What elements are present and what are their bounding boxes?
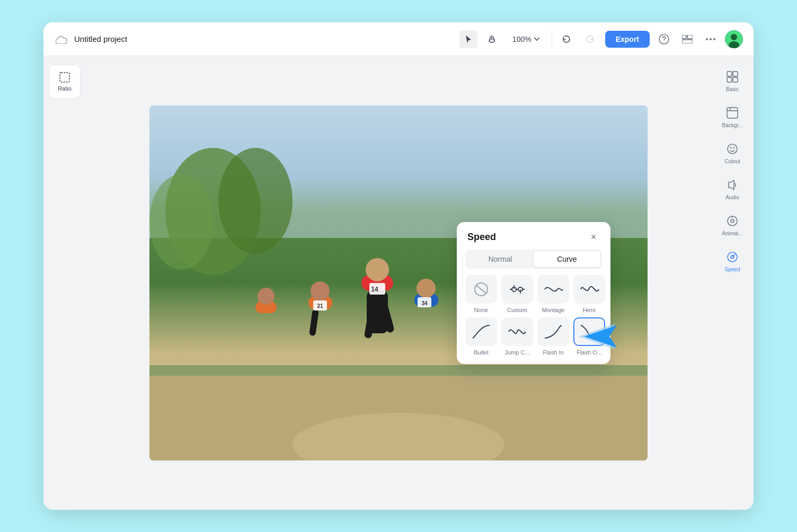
option-none[interactable]: None — [465, 275, 497, 313]
svg-point-25 — [311, 281, 330, 300]
svg-point-14 — [218, 148, 293, 254]
svg-text:14: 14 — [371, 286, 378, 293]
svg-rect-50 — [727, 108, 738, 118]
svg-rect-46 — [727, 72, 732, 76]
svg-point-52 — [730, 147, 732, 149]
option-flash-in[interactable]: Flash In — [537, 317, 569, 356]
header-center: 100% — [459, 30, 599, 48]
main-content: Ratio — [43, 56, 754, 510]
popup-header: Speed × — [457, 222, 610, 250]
svg-point-15 — [149, 174, 213, 270]
option-box-bullet — [465, 317, 497, 346]
option-label-montage: Montage — [542, 307, 565, 313]
svg-point-55 — [731, 219, 734, 223]
option-label-jump-cut: Jump C... — [504, 349, 529, 356]
popup-title: Speed — [467, 232, 496, 243]
svg-rect-49 — [733, 77, 738, 82]
svg-point-53 — [733, 147, 735, 149]
animate-icon — [727, 215, 738, 228]
sidebar-label-cutout: Cutout — [724, 158, 740, 164]
tab-bar: Normal Curve — [465, 250, 602, 269]
popup-close-button[interactable]: × — [587, 230, 600, 243]
speed-icon — [727, 251, 738, 264]
basic-icon — [727, 71, 738, 84]
left-sidebar: Ratio — [43, 56, 86, 510]
sidebar-label-audio: Audio — [725, 194, 739, 200]
option-custom[interactable]: Custom — [501, 275, 533, 313]
svg-rect-2 — [682, 35, 686, 39]
header-left: Untitled project — [54, 32, 453, 47]
svg-point-6 — [710, 38, 712, 40]
audio-icon — [727, 179, 738, 192]
sidebar-label-speed: Speed — [725, 267, 740, 272]
sidebar-label-basic: Basic — [726, 86, 739, 92]
svg-rect-47 — [733, 72, 738, 76]
background-icon — [727, 107, 738, 120]
option-label-none: None — [474, 307, 488, 313]
more-button[interactable] — [702, 30, 720, 48]
option-montage[interactable]: Montage — [537, 275, 569, 313]
svg-point-28 — [417, 279, 436, 298]
svg-rect-26 — [309, 309, 319, 336]
sidebar-label-background: Backgr... — [722, 122, 743, 128]
sidebar-item-audio[interactable]: Audio — [715, 173, 749, 207]
option-box-jump-cut — [501, 317, 533, 346]
app-window: Untitled project 100% — [43, 22, 754, 510]
svg-text:34: 34 — [421, 300, 428, 306]
cursor-arrow-icon — [579, 318, 621, 355]
cursor-arrow-container — [579, 318, 621, 357]
svg-point-5 — [706, 38, 708, 40]
svg-rect-17 — [149, 365, 648, 376]
option-label-custom: Custom — [507, 307, 527, 313]
option-box-hero — [573, 275, 605, 304]
panels-button[interactable] — [678, 30, 696, 48]
divider — [552, 32, 552, 47]
tab-normal[interactable]: Normal — [467, 251, 534, 267]
sidebar-item-background[interactable]: Backgr... — [715, 101, 749, 135]
header: Untitled project 100% — [43, 22, 754, 56]
cloud-icon — [54, 32, 69, 47]
hand-tool-button[interactable] — [483, 30, 501, 48]
svg-rect-4 — [682, 40, 693, 43]
svg-point-7 — [713, 38, 715, 40]
option-box-none — [465, 275, 497, 304]
svg-line-38 — [476, 285, 486, 294]
option-label-bullet: Bullet — [474, 349, 489, 356]
ratio-label: Ratio — [58, 85, 72, 92]
option-bullet[interactable]: Bullet — [465, 317, 497, 356]
canvas-area: 14 21 34 Speed × Normal Curve — [86, 56, 711, 510]
svg-text:21: 21 — [317, 303, 323, 309]
help-button[interactable] — [655, 30, 673, 48]
redo-button[interactable] — [581, 30, 599, 48]
tab-curve[interactable]: Curve — [534, 251, 600, 267]
option-label-flash-in: Flash In — [543, 349, 563, 356]
svg-point-51 — [728, 144, 737, 154]
undo-button[interactable] — [557, 30, 575, 48]
select-tool-button[interactable] — [459, 30, 477, 48]
cutout-icon — [727, 143, 738, 156]
svg-point-30 — [258, 288, 274, 305]
option-label-hero: Hero — [583, 307, 596, 313]
export-button[interactable]: Export — [605, 31, 650, 48]
right-sidebar: Basic Backgr... — [711, 56, 754, 510]
sidebar-item-cutout[interactable]: Cutout — [715, 137, 749, 171]
option-jump-cut[interactable]: Jump C... — [501, 317, 533, 356]
svg-point-21 — [366, 258, 389, 281]
zoom-label: 100% — [512, 35, 532, 43]
option-box-custom — [501, 275, 533, 304]
svg-point-9 — [731, 34, 737, 40]
sidebar-item-basic[interactable]: Basic — [715, 65, 749, 99]
zoom-button[interactable]: 100% — [506, 32, 546, 47]
canvas-image: 14 21 34 Speed × Normal Curve — [149, 105, 648, 460]
header-right: Export — [605, 30, 743, 48]
svg-point-1 — [663, 41, 665, 42]
svg-marker-45 — [584, 325, 617, 348]
sidebar-item-speed[interactable]: Speed — [715, 245, 749, 279]
option-box-flash-in — [537, 317, 569, 346]
option-hero[interactable]: Hero — [573, 275, 605, 313]
option-box-montage — [537, 275, 569, 304]
sidebar-item-animate[interactable]: Animat... — [715, 209, 749, 243]
ratio-button[interactable]: Ratio — [49, 65, 81, 99]
svg-rect-48 — [727, 77, 732, 82]
sidebar-label-animate: Animat... — [722, 230, 742, 236]
